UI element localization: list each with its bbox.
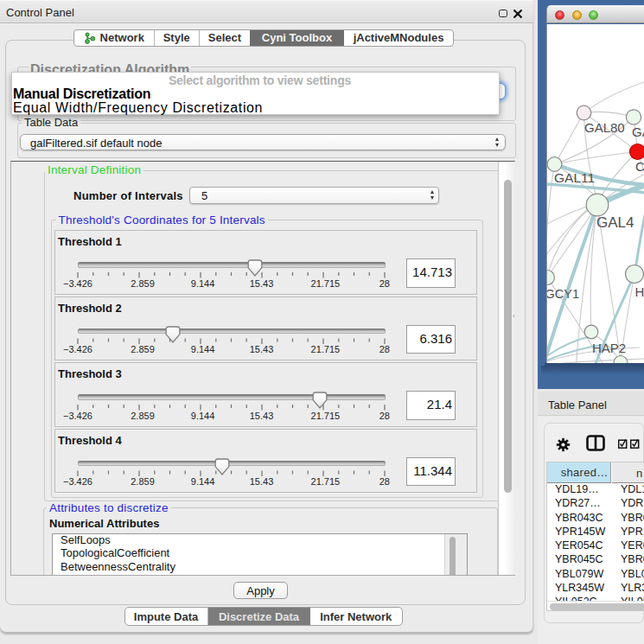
svg-text:CDC1: CDC1: [635, 159, 644, 174]
svg-text:HAP2: HAP2: [592, 341, 626, 355]
svg-text:GCY1: GCY1: [547, 287, 579, 301]
svg-text:GAL80: GAL80: [584, 120, 625, 135]
svg-text:GAL4: GAL4: [596, 214, 634, 231]
svg-text:GAL11: GAL11: [554, 170, 595, 185]
svg-text:GAL7: GAL7: [632, 124, 644, 139]
svg-text:HAP4: HAP4: [635, 284, 644, 299]
